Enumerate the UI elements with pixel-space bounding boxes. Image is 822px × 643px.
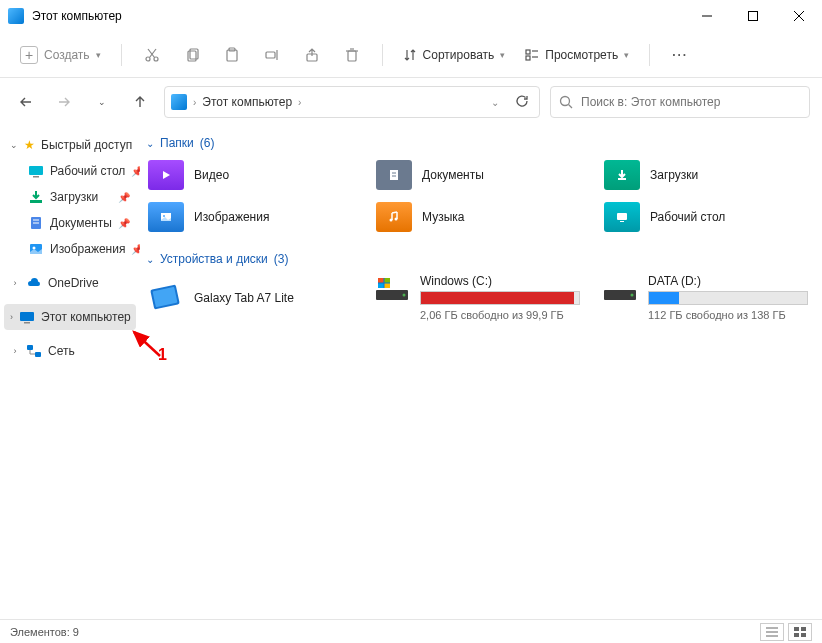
maximize-button[interactable] bbox=[730, 0, 776, 32]
drive-usage-bar bbox=[420, 291, 580, 305]
pin-icon: 📌 bbox=[131, 166, 140, 177]
sort-label: Сортировать bbox=[423, 48, 495, 62]
folder-documents[interactable]: Документы bbox=[374, 158, 584, 192]
close-button[interactable] bbox=[776, 0, 822, 32]
folder-icon bbox=[376, 160, 412, 190]
item-label: Galaxy Tab A7 Lite bbox=[194, 291, 294, 305]
folder-video[interactable]: Видео bbox=[146, 158, 356, 192]
separator bbox=[121, 44, 122, 66]
group-title: Папки bbox=[160, 136, 194, 150]
sidebar-item-onedrive[interactable]: › OneDrive bbox=[4, 270, 136, 296]
sidebar-item-label: Сеть bbox=[48, 344, 75, 358]
thumbnails-view-button[interactable] bbox=[788, 623, 812, 641]
drive-label: Windows (C:) bbox=[420, 274, 580, 288]
share-button[interactable] bbox=[294, 37, 330, 73]
sidebar-item-documents[interactable]: Документы 📌 bbox=[22, 210, 136, 236]
content-area: ⌄ Папки (6) Видео Документы Загрузки Изо… bbox=[140, 126, 822, 619]
svg-point-4 bbox=[146, 57, 150, 61]
svg-rect-55 bbox=[385, 284, 391, 289]
address-bar[interactable]: › Этот компьютер › ⌄ bbox=[164, 86, 540, 118]
pc-icon bbox=[171, 94, 187, 110]
item-label: Документы bbox=[422, 168, 484, 182]
desktop-icon bbox=[28, 163, 44, 179]
search-box[interactable] bbox=[550, 86, 810, 118]
svg-rect-62 bbox=[801, 627, 806, 631]
refresh-button[interactable] bbox=[511, 94, 533, 111]
item-label: Загрузки bbox=[650, 168, 698, 182]
svg-point-50 bbox=[403, 294, 406, 297]
svg-point-5 bbox=[154, 57, 158, 61]
drive-d[interactable]: DATA (D:) 112 ГБ свободно из 138 ГБ bbox=[602, 274, 812, 321]
network-icon bbox=[26, 343, 42, 359]
more-button[interactable]: ··· bbox=[662, 37, 698, 73]
address-dropdown[interactable]: ⌄ bbox=[485, 97, 505, 108]
sidebar-item-downloads[interactable]: Загрузки 📌 bbox=[22, 184, 136, 210]
svg-line-7 bbox=[148, 49, 155, 58]
svg-rect-10 bbox=[227, 50, 237, 61]
sidebar-item-pictures[interactable]: Изображения 📌 bbox=[22, 236, 136, 262]
folder-icon bbox=[604, 202, 640, 232]
folder-icon bbox=[148, 160, 184, 190]
group-header-folders[interactable]: ⌄ Папки (6) bbox=[146, 132, 812, 158]
sidebar-item-network[interactable]: › Сеть bbox=[4, 338, 136, 364]
drive-free-text: 2,06 ГБ свободно из 99,9 ГБ bbox=[420, 309, 580, 321]
titlebar: Этот компьютер bbox=[0, 0, 822, 32]
svg-rect-18 bbox=[526, 50, 530, 54]
folder-music[interactable]: Музыка bbox=[374, 200, 584, 234]
document-icon bbox=[28, 215, 44, 231]
recent-button[interactable]: ⌄ bbox=[88, 88, 116, 116]
create-button[interactable]: + Создать ▾ bbox=[12, 42, 109, 68]
forward-button[interactable] bbox=[50, 88, 78, 116]
breadcrumb-root[interactable]: Этот компьютер bbox=[202, 95, 292, 109]
svg-rect-26 bbox=[30, 200, 42, 203]
folder-icon bbox=[148, 202, 184, 232]
sort-button[interactable]: Сортировать ▾ bbox=[395, 44, 514, 66]
svg-rect-54 bbox=[378, 284, 384, 289]
folder-icon bbox=[604, 160, 640, 190]
svg-rect-53 bbox=[385, 278, 391, 283]
drive-c[interactable]: Windows (C:) 2,06 ГБ свободно из 99,9 ГБ bbox=[374, 274, 584, 321]
up-button[interactable] bbox=[126, 88, 154, 116]
item-label: Изображения bbox=[194, 210, 269, 224]
chevron-right-icon[interactable]: › bbox=[10, 346, 20, 356]
chevron-right-icon[interactable]: › bbox=[10, 312, 13, 322]
minimize-button[interactable] bbox=[684, 0, 730, 32]
chevron-down-icon: ▾ bbox=[624, 50, 629, 60]
chevron-down-icon: ⌄ bbox=[146, 138, 154, 149]
search-input[interactable] bbox=[581, 95, 801, 109]
paste-button[interactable] bbox=[214, 37, 250, 73]
sidebar-item-this-pc[interactable]: › Этот компьютер bbox=[4, 304, 136, 330]
folder-downloads[interactable]: Загрузки bbox=[602, 158, 812, 192]
view-label: Просмотреть bbox=[545, 48, 618, 62]
cut-button[interactable] bbox=[134, 37, 170, 73]
copy-button[interactable] bbox=[174, 37, 210, 73]
device-tablet[interactable]: Galaxy Tab A7 Lite bbox=[146, 274, 356, 321]
chevron-right-icon[interactable]: › bbox=[10, 278, 20, 288]
sidebar-item-quick-access[interactable]: ⌄ ★ Быстрый доступ bbox=[4, 132, 136, 158]
svg-line-6 bbox=[149, 49, 156, 58]
view-button[interactable]: Просмотреть ▾ bbox=[517, 44, 637, 66]
back-button[interactable] bbox=[12, 88, 40, 116]
svg-point-44 bbox=[395, 218, 398, 221]
sidebar-item-label: Этот компьютер bbox=[41, 310, 131, 324]
rename-button[interactable] bbox=[254, 37, 290, 73]
sidebar-item-desktop[interactable]: Рабочий стол 📌 bbox=[22, 158, 136, 184]
svg-point-43 bbox=[390, 219, 393, 222]
folder-desktop[interactable]: Рабочий стол bbox=[602, 200, 812, 234]
group-header-devices[interactable]: ⌄ Устройства и диски (3) bbox=[146, 248, 812, 274]
svg-rect-12 bbox=[266, 52, 275, 58]
svg-rect-25 bbox=[33, 176, 39, 178]
drive-icon bbox=[602, 274, 638, 304]
svg-line-23 bbox=[569, 105, 573, 109]
details-view-button[interactable] bbox=[760, 623, 784, 641]
window-title: Этот компьютер bbox=[32, 9, 684, 23]
svg-rect-1 bbox=[749, 12, 758, 21]
chevron-down-icon[interactable]: ⌄ bbox=[10, 140, 18, 150]
svg-rect-63 bbox=[794, 633, 799, 637]
folder-pictures[interactable]: Изображения bbox=[146, 200, 356, 234]
pin-icon: 📌 bbox=[118, 192, 130, 203]
group-title: Устройства и диски bbox=[160, 252, 268, 266]
svg-rect-24 bbox=[29, 166, 43, 175]
svg-rect-19 bbox=[526, 56, 530, 60]
delete-button[interactable] bbox=[334, 37, 370, 73]
